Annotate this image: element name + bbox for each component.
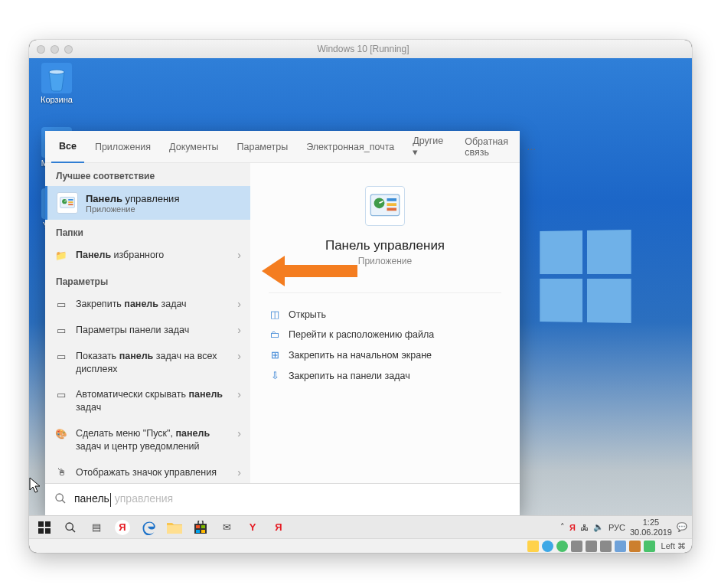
svg-rect-9 xyxy=(387,203,397,206)
host-window-title: Windows 10 [Running] xyxy=(73,44,654,54)
action-open[interactable]: ◫ Открыть xyxy=(269,304,501,325)
search-button[interactable] xyxy=(60,518,81,537)
tray-yandex-icon[interactable]: Я xyxy=(569,523,576,532)
cursor-icon xyxy=(29,477,43,496)
tray-volume-icon[interactable]: 🔈 xyxy=(593,522,604,532)
tray-language[interactable]: РУС xyxy=(608,523,625,532)
svg-rect-8 xyxy=(387,198,397,201)
svg-line-12 xyxy=(62,500,65,503)
section-settings: Параметры xyxy=(45,269,250,292)
action-open-location[interactable]: 🗀 Перейти к расположению файла xyxy=(269,325,501,345)
tab-email[interactable]: Электронная_почта xyxy=(299,131,402,163)
windows-logo-wallpaper xyxy=(540,230,631,323)
svg-rect-5 xyxy=(68,204,73,205)
zoom-icon[interactable] xyxy=(64,45,73,54)
tab-apps[interactable]: Приложения xyxy=(87,131,158,163)
settings-result[interactable]: 🖱 Отображать значок управления указателе… xyxy=(45,460,250,483)
recycle-bin-icon xyxy=(41,63,72,93)
search-input[interactable]: панель управления xyxy=(45,483,520,515)
vm-usb-icon[interactable] xyxy=(586,541,597,552)
vm-indicator-icon[interactable] xyxy=(527,541,539,552)
host-titlebar: Windows 10 [Running] xyxy=(29,40,692,58)
tab-settings[interactable]: Параметры xyxy=(230,131,296,163)
task-view-button[interactable]: ▤ xyxy=(86,518,107,537)
taskbar-app-yandex[interactable]: Я xyxy=(112,518,133,537)
taskbar-app-yandex-browser[interactable]: Y xyxy=(242,518,263,537)
chevron-right-icon: › xyxy=(237,466,241,479)
tray-clock[interactable]: 1:25 30.06.2019 xyxy=(630,518,672,536)
svg-rect-23 xyxy=(201,525,205,528)
control-panel-icon xyxy=(57,192,78,214)
tab-more[interactable]: Другие ▾ xyxy=(405,131,451,163)
mouse-icon: 🖱 xyxy=(54,467,68,478)
chevron-right-icon: › xyxy=(237,388,241,400)
tab-documents[interactable]: Документы xyxy=(161,131,226,163)
action-pin-taskbar[interactable]: ⇩ Закрепить на панели задач xyxy=(269,365,501,386)
settings-result[interactable]: ▭ Автоматически скрывать панель задач › xyxy=(45,382,250,421)
search-typed-text: панель xyxy=(74,492,109,505)
svg-rect-20 xyxy=(167,525,182,534)
svg-rect-14 xyxy=(38,521,44,527)
section-folders: Папки xyxy=(45,220,250,243)
vm-optical-icon[interactable] xyxy=(556,541,568,552)
taskbar-app-yandex2[interactable]: Я xyxy=(268,518,289,537)
vm-display-icon[interactable] xyxy=(615,541,626,552)
chevron-right-icon: › xyxy=(237,427,241,439)
host-window: Windows 10 [Running] Корзина Microsoft E… xyxy=(29,40,692,553)
tray-notifications-icon[interactable]: 💬 xyxy=(677,522,687,532)
tray-chevron-up-icon[interactable]: ˄ xyxy=(560,522,565,532)
close-icon[interactable] xyxy=(37,45,45,54)
best-match-subtitle: Приложение xyxy=(86,204,179,214)
svg-marker-13 xyxy=(262,256,357,286)
svg-rect-24 xyxy=(196,530,200,533)
svg-rect-4 xyxy=(68,201,73,203)
vm-disk-icon[interactable] xyxy=(542,541,553,552)
taskbar-app-edge[interactable] xyxy=(138,518,159,537)
best-match-control-panel[interactable]: Панель управления Приложение xyxy=(45,186,250,220)
pin-start-icon: ⊞ xyxy=(269,349,281,361)
settings-result[interactable]: 🎨 Сделать меню "Пуск", панель задач и це… xyxy=(45,421,250,460)
vm-record-icon[interactable] xyxy=(629,541,641,552)
action-pin-start[interactable]: ⊞ Закрепить на начальном экране xyxy=(269,345,501,365)
vm-network-icon[interactable] xyxy=(571,541,582,552)
minimize-icon[interactable] xyxy=(51,45,59,54)
settings-result[interactable]: ▭ Показать панель задач на всех дисплеях… xyxy=(45,344,250,383)
taskbar: ▤ Я ✉ Y Я ˄ Я 🖧 🔈 РУС 1:25 30.06.2019 💬 xyxy=(29,515,692,538)
vm-shared-icon[interactable] xyxy=(600,541,612,552)
vm-host-key-label: Left ⌘ xyxy=(661,541,686,551)
desktop-icon-label: Корзина xyxy=(34,95,80,104)
guest-desktop[interactable]: Корзина Microsoft Edge Yandex Все Прилож… xyxy=(29,58,692,538)
start-button[interactable] xyxy=(34,518,55,537)
location-icon: 🗀 xyxy=(269,329,281,340)
folder-result-favorites-panel[interactable]: 📁 Панель избранного › xyxy=(45,243,250,269)
start-search-panel: Все Приложения Документы Параметры Элект… xyxy=(45,131,520,515)
section-best-match: Лучшее соответствие xyxy=(45,163,250,186)
vm-host-toolbar: Left ⌘ xyxy=(29,538,692,553)
system-tray: ˄ Я 🖧 🔈 РУС 1:25 30.06.2019 💬 xyxy=(560,518,687,536)
tab-all[interactable]: Все xyxy=(51,131,84,163)
tray-network-icon[interactable]: 🖧 xyxy=(580,523,589,532)
best-match-title-rest: управления xyxy=(122,193,180,204)
chevron-right-icon: › xyxy=(237,324,241,336)
taskbar-icon: ▭ xyxy=(54,351,68,362)
taskbar-app-mail[interactable]: ✉ xyxy=(216,518,237,537)
search-ghost-text: управления xyxy=(112,492,173,505)
best-match-title-bold: Панель xyxy=(86,193,122,204)
desktop-icon-recycle-bin[interactable]: Корзина xyxy=(34,63,80,104)
tab-feedback[interactable]: Обратная связь xyxy=(457,131,516,163)
search-icon xyxy=(54,492,67,507)
vm-status-icon[interactable] xyxy=(644,541,655,552)
taskbar-app-store[interactable] xyxy=(190,518,211,537)
svg-rect-25 xyxy=(201,530,205,533)
svg-point-18 xyxy=(66,523,73,530)
chevron-right-icon: › xyxy=(237,298,241,310)
tab-ellipsis[interactable]: … xyxy=(519,131,544,163)
settings-result[interactable]: ▭ Параметры панели задач › xyxy=(45,318,250,344)
svg-rect-10 xyxy=(387,208,397,211)
settings-result[interactable]: ▭ Закрепить панель задач › xyxy=(45,292,250,318)
folder-icon: 📁 xyxy=(54,250,68,261)
taskbar-app-explorer[interactable] xyxy=(164,518,185,537)
svg-rect-16 xyxy=(38,528,44,534)
svg-point-11 xyxy=(56,494,63,501)
taskbar-icon: ▭ xyxy=(54,325,68,336)
